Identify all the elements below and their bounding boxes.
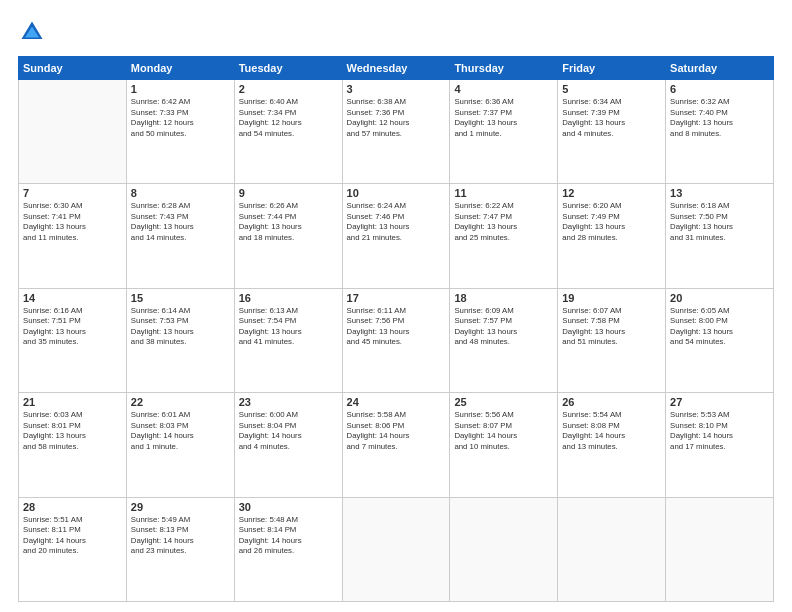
calendar-cell: 20Sunrise: 6:05 AMSunset: 8:00 PMDayligh… xyxy=(666,288,774,392)
calendar-cell: 24Sunrise: 5:58 AMSunset: 8:06 PMDayligh… xyxy=(342,393,450,497)
day-number: 3 xyxy=(347,83,446,95)
day-header-tuesday: Tuesday xyxy=(234,57,342,80)
calendar-cell: 18Sunrise: 6:09 AMSunset: 7:57 PMDayligh… xyxy=(450,288,558,392)
calendar-header-row: SundayMondayTuesdayWednesdayThursdayFrid… xyxy=(19,57,774,80)
day-info: Sunrise: 6:30 AMSunset: 7:41 PMDaylight:… xyxy=(23,201,122,243)
day-number: 30 xyxy=(239,501,338,513)
day-number: 15 xyxy=(131,292,230,304)
calendar-cell: 28Sunrise: 5:51 AMSunset: 8:11 PMDayligh… xyxy=(19,497,127,601)
calendar-cell: 23Sunrise: 6:00 AMSunset: 8:04 PMDayligh… xyxy=(234,393,342,497)
day-number: 20 xyxy=(670,292,769,304)
day-number: 12 xyxy=(562,187,661,199)
day-number: 26 xyxy=(562,396,661,408)
day-info: Sunrise: 6:01 AMSunset: 8:03 PMDaylight:… xyxy=(131,410,230,452)
day-number: 16 xyxy=(239,292,338,304)
day-number: 21 xyxy=(23,396,122,408)
calendar-cell: 25Sunrise: 5:56 AMSunset: 8:07 PMDayligh… xyxy=(450,393,558,497)
calendar-cell: 4Sunrise: 6:36 AMSunset: 7:37 PMDaylight… xyxy=(450,80,558,184)
day-info: Sunrise: 6:22 AMSunset: 7:47 PMDaylight:… xyxy=(454,201,553,243)
calendar-week-row: 21Sunrise: 6:03 AMSunset: 8:01 PMDayligh… xyxy=(19,393,774,497)
calendar-cell xyxy=(558,497,666,601)
calendar-cell: 13Sunrise: 6:18 AMSunset: 7:50 PMDayligh… xyxy=(666,184,774,288)
page: SundayMondayTuesdayWednesdayThursdayFrid… xyxy=(0,0,792,612)
calendar-cell: 6Sunrise: 6:32 AMSunset: 7:40 PMDaylight… xyxy=(666,80,774,184)
calendar-cell: 10Sunrise: 6:24 AMSunset: 7:46 PMDayligh… xyxy=(342,184,450,288)
calendar-week-row: 28Sunrise: 5:51 AMSunset: 8:11 PMDayligh… xyxy=(19,497,774,601)
calendar-cell xyxy=(666,497,774,601)
calendar-cell: 14Sunrise: 6:16 AMSunset: 7:51 PMDayligh… xyxy=(19,288,127,392)
calendar-cell xyxy=(450,497,558,601)
calendar-cell xyxy=(342,497,450,601)
day-number: 25 xyxy=(454,396,553,408)
day-header-friday: Friday xyxy=(558,57,666,80)
day-number: 4 xyxy=(454,83,553,95)
day-number: 17 xyxy=(347,292,446,304)
calendar-cell: 17Sunrise: 6:11 AMSunset: 7:56 PMDayligh… xyxy=(342,288,450,392)
day-info: Sunrise: 5:53 AMSunset: 8:10 PMDaylight:… xyxy=(670,410,769,452)
calendar-week-row: 7Sunrise: 6:30 AMSunset: 7:41 PMDaylight… xyxy=(19,184,774,288)
day-number: 9 xyxy=(239,187,338,199)
calendar-cell: 3Sunrise: 6:38 AMSunset: 7:36 PMDaylight… xyxy=(342,80,450,184)
day-number: 27 xyxy=(670,396,769,408)
day-info: Sunrise: 5:51 AMSunset: 8:11 PMDaylight:… xyxy=(23,515,122,557)
day-number: 24 xyxy=(347,396,446,408)
day-info: Sunrise: 6:28 AMSunset: 7:43 PMDaylight:… xyxy=(131,201,230,243)
calendar-cell: 5Sunrise: 6:34 AMSunset: 7:39 PMDaylight… xyxy=(558,80,666,184)
calendar-cell: 29Sunrise: 5:49 AMSunset: 8:13 PMDayligh… xyxy=(126,497,234,601)
day-info: Sunrise: 6:26 AMSunset: 7:44 PMDaylight:… xyxy=(239,201,338,243)
day-info: Sunrise: 5:54 AMSunset: 8:08 PMDaylight:… xyxy=(562,410,661,452)
calendar-cell: 8Sunrise: 6:28 AMSunset: 7:43 PMDaylight… xyxy=(126,184,234,288)
day-info: Sunrise: 6:16 AMSunset: 7:51 PMDaylight:… xyxy=(23,306,122,348)
day-info: Sunrise: 6:20 AMSunset: 7:49 PMDaylight:… xyxy=(562,201,661,243)
calendar-cell: 2Sunrise: 6:40 AMSunset: 7:34 PMDaylight… xyxy=(234,80,342,184)
day-info: Sunrise: 5:48 AMSunset: 8:14 PMDaylight:… xyxy=(239,515,338,557)
day-info: Sunrise: 5:56 AMSunset: 8:07 PMDaylight:… xyxy=(454,410,553,452)
day-info: Sunrise: 6:42 AMSunset: 7:33 PMDaylight:… xyxy=(131,97,230,139)
calendar-cell: 30Sunrise: 5:48 AMSunset: 8:14 PMDayligh… xyxy=(234,497,342,601)
day-info: Sunrise: 6:18 AMSunset: 7:50 PMDaylight:… xyxy=(670,201,769,243)
logo-icon xyxy=(18,18,46,46)
calendar-cell: 15Sunrise: 6:14 AMSunset: 7:53 PMDayligh… xyxy=(126,288,234,392)
day-header-thursday: Thursday xyxy=(450,57,558,80)
day-info: Sunrise: 6:07 AMSunset: 7:58 PMDaylight:… xyxy=(562,306,661,348)
day-header-wednesday: Wednesday xyxy=(342,57,450,80)
day-number: 29 xyxy=(131,501,230,513)
day-number: 11 xyxy=(454,187,553,199)
day-info: Sunrise: 5:49 AMSunset: 8:13 PMDaylight:… xyxy=(131,515,230,557)
day-header-monday: Monday xyxy=(126,57,234,80)
calendar-cell: 12Sunrise: 6:20 AMSunset: 7:49 PMDayligh… xyxy=(558,184,666,288)
calendar-cell: 27Sunrise: 5:53 AMSunset: 8:10 PMDayligh… xyxy=(666,393,774,497)
day-info: Sunrise: 6:40 AMSunset: 7:34 PMDaylight:… xyxy=(239,97,338,139)
day-number: 13 xyxy=(670,187,769,199)
day-header-saturday: Saturday xyxy=(666,57,774,80)
calendar-cell xyxy=(19,80,127,184)
day-info: Sunrise: 6:11 AMSunset: 7:56 PMDaylight:… xyxy=(347,306,446,348)
day-number: 6 xyxy=(670,83,769,95)
day-number: 5 xyxy=(562,83,661,95)
day-number: 23 xyxy=(239,396,338,408)
day-info: Sunrise: 6:05 AMSunset: 8:00 PMDaylight:… xyxy=(670,306,769,348)
calendar-week-row: 14Sunrise: 6:16 AMSunset: 7:51 PMDayligh… xyxy=(19,288,774,392)
day-number: 10 xyxy=(347,187,446,199)
day-number: 1 xyxy=(131,83,230,95)
day-info: Sunrise: 6:00 AMSunset: 8:04 PMDaylight:… xyxy=(239,410,338,452)
day-number: 18 xyxy=(454,292,553,304)
header xyxy=(18,18,774,46)
day-info: Sunrise: 6:09 AMSunset: 7:57 PMDaylight:… xyxy=(454,306,553,348)
day-number: 8 xyxy=(131,187,230,199)
day-info: Sunrise: 6:24 AMSunset: 7:46 PMDaylight:… xyxy=(347,201,446,243)
day-info: Sunrise: 6:34 AMSunset: 7:39 PMDaylight:… xyxy=(562,97,661,139)
calendar-table: SundayMondayTuesdayWednesdayThursdayFrid… xyxy=(18,56,774,602)
calendar-cell: 1Sunrise: 6:42 AMSunset: 7:33 PMDaylight… xyxy=(126,80,234,184)
calendar-cell: 9Sunrise: 6:26 AMSunset: 7:44 PMDaylight… xyxy=(234,184,342,288)
calendar-cell: 11Sunrise: 6:22 AMSunset: 7:47 PMDayligh… xyxy=(450,184,558,288)
day-info: Sunrise: 6:32 AMSunset: 7:40 PMDaylight:… xyxy=(670,97,769,139)
day-info: Sunrise: 6:03 AMSunset: 8:01 PMDaylight:… xyxy=(23,410,122,452)
calendar-cell: 21Sunrise: 6:03 AMSunset: 8:01 PMDayligh… xyxy=(19,393,127,497)
day-number: 28 xyxy=(23,501,122,513)
calendar-cell: 26Sunrise: 5:54 AMSunset: 8:08 PMDayligh… xyxy=(558,393,666,497)
day-number: 14 xyxy=(23,292,122,304)
day-number: 7 xyxy=(23,187,122,199)
calendar-cell: 7Sunrise: 6:30 AMSunset: 7:41 PMDaylight… xyxy=(19,184,127,288)
calendar-cell: 22Sunrise: 6:01 AMSunset: 8:03 PMDayligh… xyxy=(126,393,234,497)
